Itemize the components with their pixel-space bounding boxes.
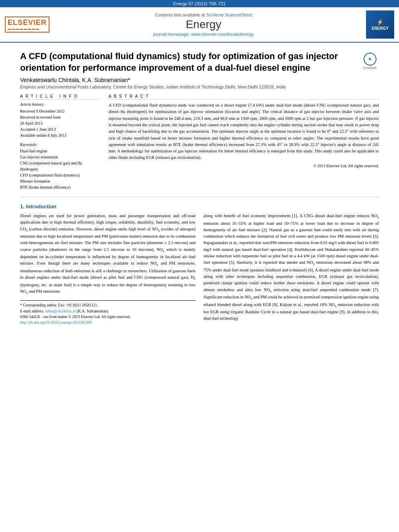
footnote-email: E-mail address: subra@ces.iitd.ac.in (K.… — [20, 308, 195, 314]
article-meta-section: A R T I C L E I N F O Article history: R… — [20, 94, 379, 190]
crossmark-label: CrossMark — [363, 66, 377, 69]
journal-header: ELSEVIER ▬▬▬▬▬▬▬▬ Contents lists availab… — [0, 7, 399, 43]
energy-logo-box: ⚡ ENERGY — [366, 10, 394, 39]
sciencedirect-link[interactable]: SciVerse ScienceDirect — [206, 12, 252, 17]
footnote-doi: http://dx.doi.org/10.1016/j.energy.2013.… — [20, 320, 195, 325]
keyword-1: Dual-fuel engine — [20, 148, 101, 154]
journal-citation: Energy 57 (2013) 709–721 — [173, 1, 226, 6]
online-date: Available online 8 July 2013 — [20, 132, 101, 138]
authors: Venkateswarlu Chintala, K.A. Subramanian… — [20, 77, 379, 83]
article-title-section: A CFD (computational fluid dynamics) stu… — [20, 51, 379, 74]
contents-line: Contents lists available at SciVerse Sci… — [45, 12, 362, 17]
keyword-3: CNG (compressed natural gas) and H₂ (hyd… — [20, 160, 101, 172]
keyword-6: BTE (brake thermal efficiency) — [20, 184, 101, 190]
body-two-col: Diesel engines are used for power genera… — [20, 213, 379, 325]
body-right: along with benefit of fuel economy impro… — [204, 213, 379, 325]
keywords-section: Keywords: Dual-fuel engine Gas injector … — [20, 142, 101, 190]
abstract-col: A B S T R A C T A CFD (computational flu… — [109, 94, 379, 190]
top-bar: Energy 57 (2013) 709–721 — [0, 0, 399, 7]
page: Energy 57 (2013) 709–721 ELSEVIER ▬▬▬▬▬▬… — [0, 0, 399, 532]
affiliation: Engines and Unconventional Fuels Laborat… — [20, 84, 379, 89]
journal-title: Energy — [45, 18, 362, 31]
keywords-label: Keywords: — [20, 142, 101, 147]
elsevier-logo: ELSEVIER ▬▬▬▬▬▬▬▬ — [5, 16, 41, 33]
article-title: A CFD (computational fluid dynamics) stu… — [20, 51, 357, 74]
accepted-date: Accepted 1 June 2013 — [20, 126, 101, 132]
elsevier-name: ELSEVIER — [8, 18, 47, 27]
section-divider — [20, 197, 379, 197]
intro-right-text: along with benefit of fuel economy impro… — [204, 213, 379, 322]
keyword-2: Gas injector orientation — [20, 154, 101, 160]
abstract-text: A CFD (computational fluid dynamics) stu… — [109, 102, 379, 161]
footnote-section: * Corresponding author. Fax: +91 (0)11 2… — [20, 300, 195, 325]
revised-label: Received in revised form — [20, 114, 101, 120]
article-info-label: A R T I C L E I N F O — [20, 94, 101, 100]
footnote-issn: 0360-5442/$ – see front matter © 2013 El… — [20, 314, 195, 320]
keyword-5: Mixture formation — [20, 178, 101, 184]
journal-homepage: journal homepage: www.elsevier.com/locat… — [45, 32, 362, 37]
footnote-corresponding: * Corresponding author. Fax: +91 (0)11 2… — [20, 302, 195, 308]
keyword-4: CFD (computational fluid dynamics) — [20, 172, 101, 178]
crossmark: ✚ CrossMark — [361, 53, 379, 69]
revised-date: 20 April 2013 — [20, 120, 101, 126]
copyright-text: © 2013 Elsevier Ltd. All rights reserved… — [109, 164, 379, 168]
elsevier-sub: ▬▬▬▬▬▬▬▬ — [8, 27, 47, 31]
body-left: Diesel engines are used for power genera… — [20, 213, 195, 325]
received-date: Received 9 December 2012 — [20, 108, 101, 114]
main-content: A CFD (computational fluid dynamics) stu… — [0, 43, 399, 333]
crossmark-icon: ✚ — [364, 53, 376, 66]
energy-logo-inner: ⚡ ENERGY — [372, 19, 389, 31]
abstract-label: A B S T R A C T — [109, 94, 379, 100]
intro-left-text: Diesel engines are used for power genera… — [20, 213, 195, 296]
article-info-col: A R T I C L E I N F O Article history: R… — [20, 94, 101, 190]
intro-heading: 1. Introduction — [20, 203, 379, 210]
journal-center: Contents lists available at SciVerse Sci… — [45, 12, 362, 37]
email-link[interactable]: subra@ces.iitd.ac.in — [45, 309, 76, 313]
history-label: Article history: — [20, 102, 101, 107]
doi-link[interactable]: http://dx.doi.org/10.1016/j.energy.2013.… — [20, 320, 92, 325]
